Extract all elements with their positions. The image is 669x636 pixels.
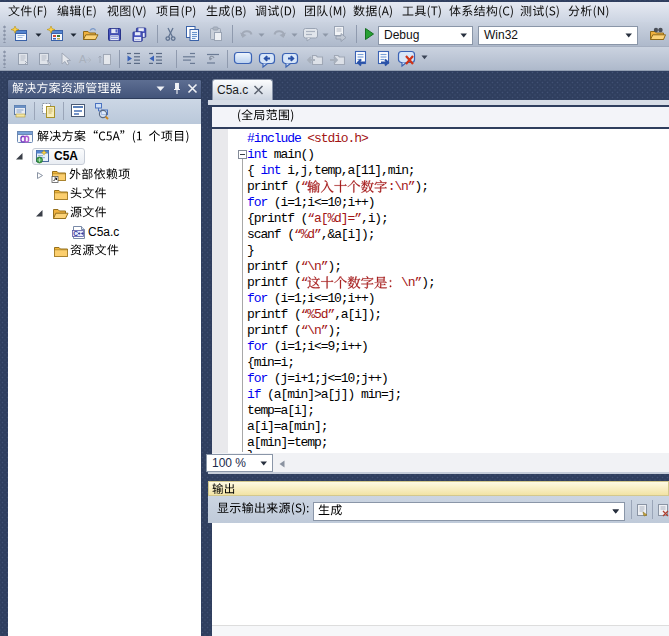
- svg-text:C: C: [73, 230, 78, 237]
- svg-text:A: A: [79, 53, 87, 65]
